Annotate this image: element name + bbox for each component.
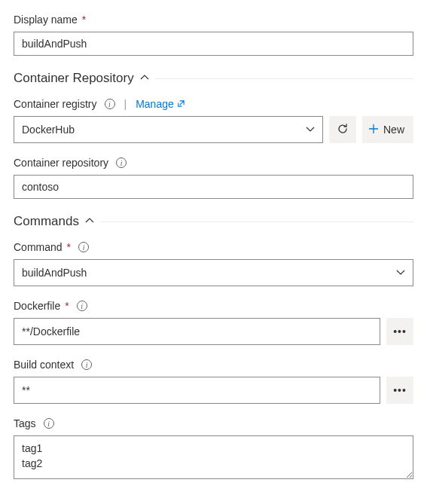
info-icon[interactable]: i bbox=[116, 157, 127, 168]
display-name-field: Display name * bbox=[14, 14, 413, 56]
chevron-up-icon bbox=[140, 72, 149, 84]
external-link-icon bbox=[177, 98, 185, 110]
manage-link[interactable]: Manage bbox=[136, 98, 185, 110]
build-context-label-row: Build context i bbox=[14, 359, 413, 371]
tags-field: Tags i bbox=[14, 417, 413, 481]
container-registry-select[interactable]: DockerHub bbox=[14, 116, 323, 143]
refresh-button[interactable] bbox=[329, 116, 356, 143]
container-registry-field: Container registry i | Manage DockerHub … bbox=[14, 98, 413, 143]
commands-title: Commands bbox=[14, 214, 79, 229]
chevron-down-icon bbox=[396, 267, 405, 279]
ellipsis-icon: ••• bbox=[393, 325, 407, 338]
plus-icon bbox=[368, 124, 379, 136]
separator: | bbox=[124, 98, 127, 110]
refresh-icon bbox=[337, 123, 349, 137]
container-registry-value: DockerHub bbox=[22, 124, 75, 136]
command-label-row: Command * i bbox=[14, 241, 413, 253]
required-asterisk: * bbox=[82, 14, 86, 26]
tags-label-row: Tags i bbox=[14, 417, 413, 429]
command-label: Command bbox=[14, 241, 63, 253]
display-name-input[interactable] bbox=[14, 32, 413, 56]
required-asterisk: * bbox=[65, 300, 69, 312]
chevron-down-icon bbox=[306, 124, 315, 136]
command-value: buildAndPush bbox=[22, 267, 87, 279]
container-repository-input[interactable] bbox=[14, 175, 413, 199]
command-select[interactable]: buildAndPush bbox=[14, 259, 413, 286]
dockerfile-browse-button[interactable]: ••• bbox=[386, 318, 413, 345]
info-icon[interactable]: i bbox=[81, 359, 92, 370]
commands-section-header[interactable]: Commands bbox=[14, 214, 413, 229]
container-repository-title: Container Repository bbox=[14, 71, 134, 86]
container-registry-label: Container registry bbox=[14, 98, 97, 110]
container-repository-label: Container repository bbox=[14, 157, 108, 169]
chevron-up-icon bbox=[85, 215, 94, 228]
info-icon[interactable]: i bbox=[77, 301, 87, 311]
build-context-input[interactable] bbox=[14, 377, 380, 404]
new-button-label: New bbox=[383, 124, 404, 136]
dockerfile-field: Dockerfile * i ••• bbox=[14, 300, 413, 345]
container-repository-label-row: Container repository i bbox=[14, 157, 413, 169]
build-context-label: Build context bbox=[14, 359, 74, 371]
tags-label: Tags bbox=[14, 417, 36, 429]
divider bbox=[155, 78, 413, 79]
required-asterisk: * bbox=[67, 241, 71, 253]
info-icon[interactable]: i bbox=[44, 418, 54, 429]
info-icon[interactable]: i bbox=[105, 99, 115, 109]
command-field: Command * i buildAndPush bbox=[14, 241, 413, 286]
new-button[interactable]: New bbox=[362, 116, 413, 143]
container-repository-section-header[interactable]: Container Repository bbox=[14, 71, 413, 86]
container-repository-field: Container repository i bbox=[14, 157, 413, 199]
ellipsis-icon: ••• bbox=[393, 384, 407, 396]
display-name-label-text: Display name bbox=[14, 14, 78, 26]
dockerfile-label: Dockerfile bbox=[14, 300, 60, 312]
display-name-label: Display name * bbox=[14, 14, 413, 26]
divider bbox=[100, 221, 413, 222]
build-context-field: Build context i ••• bbox=[14, 359, 413, 404]
info-icon[interactable]: i bbox=[78, 242, 89, 252]
dockerfile-input[interactable] bbox=[14, 318, 380, 345]
tags-textarea[interactable] bbox=[14, 435, 413, 479]
manage-link-text: Manage bbox=[136, 98, 174, 110]
container-registry-label-row: Container registry i | Manage bbox=[14, 98, 413, 110]
build-context-browse-button[interactable]: ••• bbox=[386, 377, 413, 404]
dockerfile-label-row: Dockerfile * i bbox=[14, 300, 413, 312]
